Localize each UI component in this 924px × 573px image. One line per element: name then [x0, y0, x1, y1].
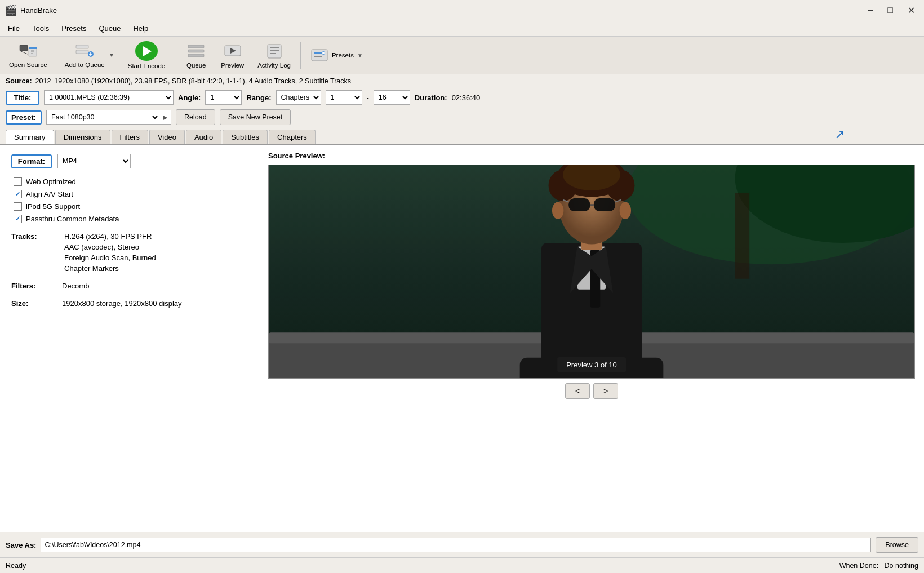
web-optimized-label: Web Optimized: [26, 177, 76, 186]
toolbar-separator-1: [57, 42, 57, 69]
passthru-checkbox[interactable]: [14, 215, 22, 223]
preset-select-wrap[interactable]: Fast 1080p30 ▶: [46, 110, 171, 125]
preview-button[interactable]: Preview: [215, 39, 250, 72]
preview-image-area: Preview 3 of 10: [268, 165, 915, 379]
source-title: 2012: [35, 77, 51, 85]
title-bar: 🎬 HandBrake – □ ✕: [0, 0, 924, 20]
app-title: HandBrake: [20, 6, 57, 15]
reload-button[interactable]: Reload: [176, 109, 215, 125]
title-select[interactable]: 1 00001.MPLS (02:36:39): [44, 90, 174, 105]
add-to-queue-dropdown[interactable]: [106, 41, 117, 69]
passthru-row: Passthru Common Metadata: [14, 215, 247, 223]
svg-rect-15: [188, 54, 204, 57]
tab-chapters[interactable]: Chapters: [269, 130, 316, 144]
range-dash: -: [367, 94, 369, 102]
ipod-row: iPod 5G Support: [14, 202, 247, 211]
ipod-checkbox[interactable]: [14, 202, 22, 211]
svg-rect-3: [29, 47, 37, 49]
filters-row: Filters: Decomb: [11, 282, 247, 290]
add-to-queue-button[interactable]: Add to Queue: [61, 39, 120, 72]
range-end-select[interactable]: 16: [374, 90, 410, 105]
start-encode-button[interactable]: Start Encode: [122, 39, 171, 72]
queue-button[interactable]: Queue: [179, 39, 213, 72]
minimize-button[interactable]: –: [863, 4, 877, 16]
start-encode-icon: [135, 41, 158, 61]
svg-marker-12: [110, 54, 113, 57]
source-bar: Source: 2012 1920x1080 (1920x1080), 23.9…: [0, 74, 924, 88]
preview-prev-button[interactable]: <: [565, 383, 590, 399]
queue-icon: [187, 42, 205, 60]
svg-rect-8: [76, 50, 88, 54]
title-label: Title:: [6, 91, 39, 105]
activity-log-icon: [265, 42, 283, 60]
title-row: Title: 1 00001.MPLS (02:36:39) Angle: 1 …: [0, 88, 924, 107]
tab-dimensions[interactable]: Dimensions: [55, 130, 110, 144]
tab-video[interactable]: Video: [149, 130, 185, 144]
web-optimized-row: Web Optimized: [14, 177, 247, 186]
save-new-preset-button[interactable]: Save New Preset: [220, 109, 291, 125]
menu-help[interactable]: Help: [127, 23, 154, 34]
svg-rect-54: [269, 165, 914, 378]
angle-select[interactable]: 1: [205, 90, 242, 105]
presets-label: Presets: [332, 52, 354, 59]
menu-presets[interactable]: Presets: [56, 23, 92, 34]
menu-bar: File Tools Presets Queue Help: [0, 20, 924, 36]
svg-rect-14: [188, 50, 204, 52]
browse-button[interactable]: Browse: [876, 537, 918, 553]
range-type-select[interactable]: Chapters: [276, 90, 321, 105]
menu-queue[interactable]: Queue: [93, 23, 126, 34]
svg-rect-18: [268, 45, 281, 58]
add-to-queue-icon: [75, 43, 94, 60]
size-row: Size: 1920x800 storage, 1920x800 display: [11, 299, 247, 308]
format-select[interactable]: MP4: [57, 154, 131, 168]
preset-arrow-icon: ▶: [159, 114, 171, 121]
preview-nav: < >: [268, 383, 915, 399]
tab-subtitles[interactable]: Subtitles: [223, 130, 268, 144]
saveas-input[interactable]: [41, 538, 871, 552]
menu-tools[interactable]: Tools: [26, 23, 55, 34]
svg-rect-0: [20, 45, 28, 51]
preview-next-button[interactable]: >: [593, 383, 618, 399]
svg-rect-13: [188, 45, 204, 48]
preset-select[interactable]: Fast 1080p30: [47, 110, 159, 124]
checkboxes: Web Optimized Align A/V Start iPod 5G Su…: [11, 177, 247, 223]
preview-overlay: Preview 3 of 10: [557, 357, 626, 372]
status-text: Ready: [6, 562, 26, 570]
tabs-bar: Summary Dimensions Filters Video Audio S…: [0, 127, 924, 144]
start-encode-label: Start Encode: [128, 63, 165, 69]
toolbar-separator-3: [300, 42, 301, 69]
when-done-value: Do nothing: [885, 562, 918, 570]
close-button[interactable]: ✕: [903, 4, 919, 17]
toolbar-separator-2: [175, 42, 175, 69]
tab-filters[interactable]: Filters: [112, 130, 148, 144]
app-icon: 🎬: [5, 4, 17, 16]
open-source-button[interactable]: Open Source: [3, 39, 53, 72]
track-item-3: Chapter Markers: [62, 264, 156, 273]
tab-summary[interactable]: Summary: [6, 130, 54, 144]
align-av-checkbox[interactable]: [14, 190, 22, 198]
web-optimized-checkbox[interactable]: [14, 177, 22, 186]
range-start-select[interactable]: 1: [326, 90, 362, 105]
play-triangle: [143, 46, 152, 56]
main-content: Format: MP4 Web Optimized Align A/V Star…: [0, 144, 924, 532]
saveas-label: Save As:: [6, 541, 36, 549]
activity-log-label: Activity Log: [257, 62, 291, 69]
title-bar-left: 🎬 HandBrake: [5, 4, 57, 16]
title-bar-right: – □ ✕: [863, 4, 919, 17]
left-panel: Format: MP4 Web Optimized Align A/V Star…: [0, 145, 259, 532]
add-to-queue-label: Add to Queue: [65, 61, 105, 68]
queue-label: Queue: [186, 62, 206, 69]
preview-label: Preview: [221, 62, 244, 69]
right-panel: Source Preview:: [259, 145, 924, 532]
maximize-button[interactable]: □: [883, 4, 898, 16]
menu-file[interactable]: File: [2, 23, 25, 34]
when-done-label: When Done:: [839, 562, 878, 570]
tab-audio[interactable]: Audio: [186, 130, 221, 144]
presets-button[interactable]: Presets ▼: [305, 39, 368, 72]
status-bar: Ready When Done: Do nothing: [0, 557, 924, 573]
duration-label: Duration:: [415, 94, 447, 102]
size-label: Size:: [11, 299, 56, 308]
align-av-label: Align A/V Start: [26, 190, 73, 198]
activity-log-button[interactable]: Activity Log: [252, 39, 296, 72]
presets-icon: [310, 46, 328, 64]
